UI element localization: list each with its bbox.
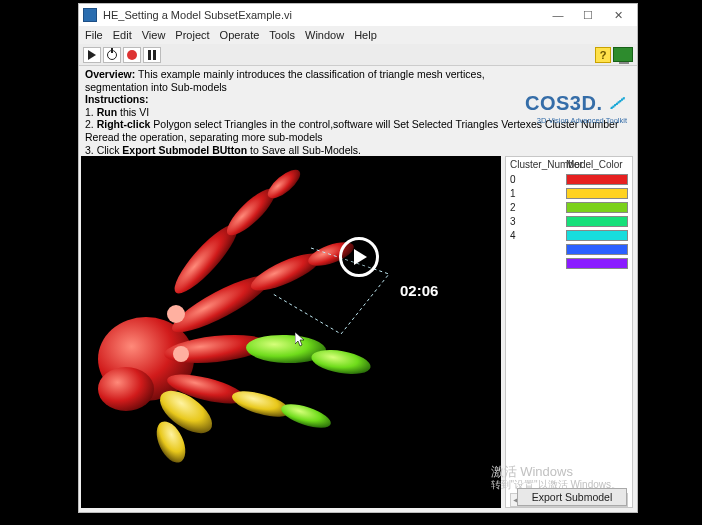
window-title: HE_Setting a Model SubsetExample.vi xyxy=(103,9,543,21)
toolbar: ? xyxy=(79,44,637,66)
titlebar: HE_Setting a Model SubsetExample.vi — ☐ … xyxy=(79,4,637,26)
cluster-number-cell: 1 xyxy=(510,188,566,199)
instr-2-bold: Right-click xyxy=(97,118,151,130)
color-swatch[interactable] xyxy=(566,188,628,199)
color-swatch[interactable] xyxy=(566,202,628,213)
table-row[interactable]: 0 xyxy=(510,172,628,186)
instr-1-suffix: this VI xyxy=(117,106,149,118)
pause-button[interactable] xyxy=(143,47,161,63)
table-row[interactable] xyxy=(510,256,628,270)
menu-project[interactable]: Project xyxy=(175,29,209,41)
overview-text-1: This example mainly introduces the class… xyxy=(135,68,484,80)
overview-label: Overview: xyxy=(85,68,135,80)
menu-operate[interactable]: Operate xyxy=(220,29,260,41)
svg-point-15 xyxy=(278,399,333,432)
instr-3-bold: Export Submodel BUtton xyxy=(122,144,247,156)
color-swatch[interactable] xyxy=(566,174,628,185)
context-help-button[interactable]: ? xyxy=(595,47,611,63)
svg-point-17 xyxy=(173,346,189,362)
col-model-color: Model_Color xyxy=(566,159,628,170)
cluster-panel: Cluster_Number Model_Color 01234 ◄ ► xyxy=(505,156,633,508)
cluster-number-cell: 3 xyxy=(510,216,566,227)
app-icon xyxy=(83,8,97,22)
play-icon xyxy=(354,249,367,265)
color-swatch[interactable] xyxy=(566,244,628,255)
cluster-number-cell: 4 xyxy=(510,230,566,241)
menu-edit[interactable]: Edit xyxy=(113,29,132,41)
menu-view[interactable]: View xyxy=(142,29,166,41)
menubar: File Edit View Project Operate Tools Win… xyxy=(79,26,637,44)
instr-3-prefix: 3. Click xyxy=(85,144,122,156)
cluster-number-cell: 2 xyxy=(510,202,566,213)
svg-point-1 xyxy=(98,367,154,411)
col-cluster-number: Cluster_Number xyxy=(510,159,566,170)
cluster-number-cell: 0 xyxy=(510,174,566,185)
video-play-button[interactable] xyxy=(339,237,379,277)
brand-logo: COS3D.⟋ 3D Vision Advanced Toolkit xyxy=(525,90,627,125)
brand-title-text: COS3D. xyxy=(525,92,602,114)
instr-2-prefix: 2. xyxy=(85,118,97,130)
instr-1-prefix: 1. xyxy=(85,106,97,118)
menu-tools[interactable]: Tools xyxy=(269,29,295,41)
app-window: HE_Setting a Model SubsetExample.vi — ☐ … xyxy=(78,3,638,513)
instr-1-bold: Run xyxy=(97,106,117,118)
table-row[interactable]: 1 xyxy=(510,186,628,200)
window-buttons: — ☐ ✕ xyxy=(543,6,633,24)
3d-viewport[interactable] xyxy=(81,156,501,508)
close-button[interactable]: ✕ xyxy=(603,6,633,24)
color-swatch[interactable] xyxy=(566,258,628,269)
main-area: Cluster_Number Model_Color 01234 ◄ ► xyxy=(79,156,637,512)
export-submodel-button[interactable]: Export Submodel xyxy=(517,488,627,506)
run-button[interactable] xyxy=(83,47,101,63)
maximize-button[interactable]: ☐ xyxy=(573,6,603,24)
svg-point-16 xyxy=(167,305,185,323)
video-timecode: 02:06 xyxy=(400,282,438,299)
table-row[interactable]: 4 xyxy=(510,228,628,242)
color-swatch[interactable] xyxy=(566,216,628,227)
svg-point-6 xyxy=(264,165,305,203)
table-row[interactable]: 2 xyxy=(510,200,628,214)
minimize-button[interactable]: — xyxy=(543,6,573,24)
brand-swoosh-icon: ⟋ xyxy=(605,90,628,115)
menu-help[interactable]: Help xyxy=(354,29,377,41)
instr-2-line2: Reread the operation, separating more su… xyxy=(85,131,631,144)
abort-button[interactable] xyxy=(123,47,141,63)
hand-model xyxy=(86,164,416,494)
instr-3-suffix: to Save all Sub-Models. xyxy=(247,144,361,156)
table-row[interactable] xyxy=(510,242,628,256)
menu-window[interactable]: Window xyxy=(305,29,344,41)
menu-file[interactable]: File xyxy=(85,29,103,41)
cluster-table[interactable]: 01234 xyxy=(506,172,632,270)
run-continuous-button[interactable] xyxy=(103,47,121,63)
panel-header: Cluster_Number Model_Color xyxy=(506,157,632,172)
brand-subtitle: 3D Vision Advanced Toolkit xyxy=(525,116,627,125)
color-swatch[interactable] xyxy=(566,230,628,241)
table-row[interactable]: 3 xyxy=(510,214,628,228)
vi-icon xyxy=(613,47,633,62)
